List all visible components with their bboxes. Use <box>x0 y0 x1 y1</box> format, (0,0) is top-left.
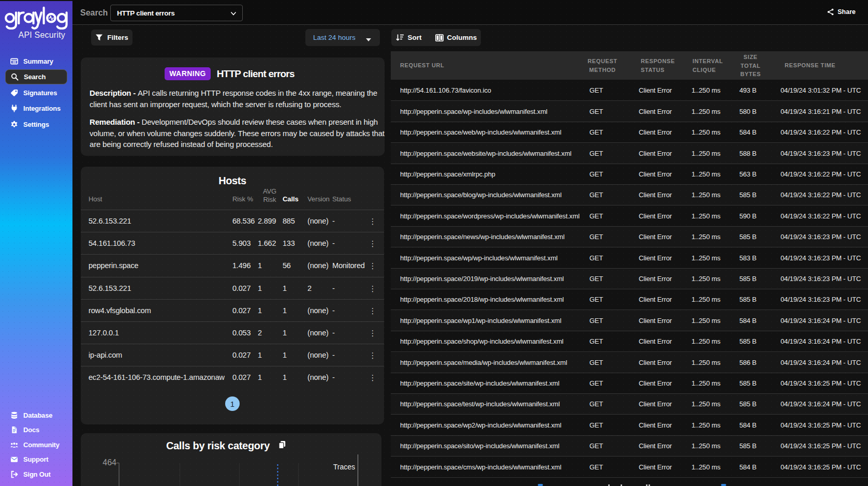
svg-text:Traces: Traces <box>333 463 355 471</box>
svg-text:464: 464 <box>102 458 116 467</box>
